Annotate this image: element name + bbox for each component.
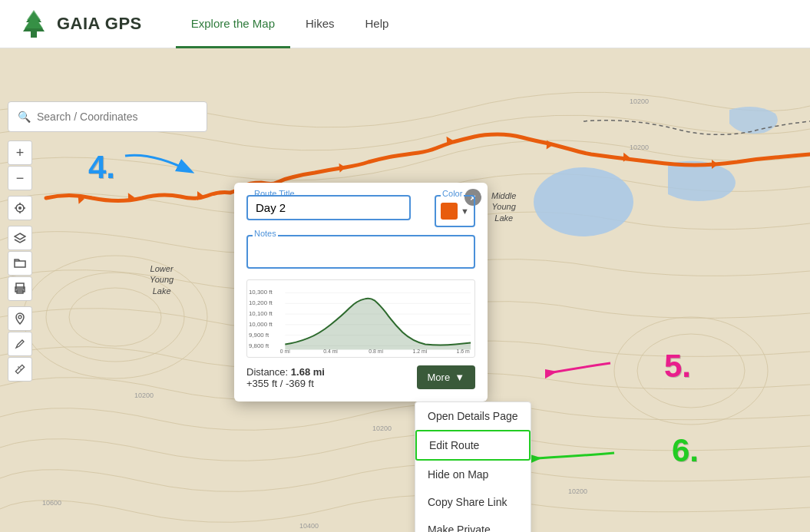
elevation-gain: +355 ft / -369 ft	[246, 378, 314, 389]
ruler-button[interactable]	[8, 357, 32, 382]
svg-text:10,000 ft: 10,000 ft	[249, 321, 273, 328]
svg-point-34	[18, 316, 21, 319]
annotation-6: 6.	[672, 432, 699, 469]
svg-text:10200: 10200	[630, 144, 649, 151]
map-controls: + −	[8, 140, 32, 382]
nav-help[interactable]: Help	[350, 1, 405, 48]
color-swatch	[441, 203, 458, 220]
search-icon: 🔍	[18, 111, 31, 123]
svg-text:10,200 ft: 10,200 ft	[249, 299, 273, 306]
dropdown-edit-route[interactable]: Edit Route	[415, 430, 531, 461]
locate-button[interactable]	[8, 196, 32, 220]
svg-marker-1	[25, 10, 43, 28]
more-dropdown-menu: Open Details Page Edit Route Hide on Map…	[415, 401, 531, 532]
zoom-in-button[interactable]: +	[8, 140, 32, 165]
logo-text: GAIA GPS	[57, 14, 142, 34]
color-picker-button[interactable]: ▼	[435, 195, 475, 227]
elevation-chart-svg: 10,300 ft 10,200 ft 10,100 ft 10,000 ft …	[247, 285, 474, 354]
notes-input[interactable]	[246, 235, 475, 269]
annotation-arrow-4	[121, 148, 206, 187]
svg-text:9,800 ft: 9,800 ft	[249, 342, 269, 349]
annotation-4: 4.	[88, 148, 206, 187]
notes-label: Notes	[253, 229, 278, 238]
svg-text:10,300 ft: 10,300 ft	[249, 289, 273, 296]
route-title-wrapper: Route Title	[246, 195, 427, 227]
svg-rect-35	[15, 365, 24, 373]
annotation-number-5: 5.	[664, 348, 691, 384]
draw-button[interactable]	[8, 332, 32, 356]
print-button[interactable]	[8, 276, 32, 301]
zoom-out-button[interactable]: −	[8, 166, 32, 190]
svg-text:0.4 mi: 0.4 mi	[323, 349, 338, 354]
svg-text:10600: 10600	[42, 499, 61, 507]
dropdown-hide-on-map[interactable]: Hide on Map	[415, 461, 531, 488]
svg-marker-30	[15, 233, 25, 240]
svg-text:10400: 10400	[299, 522, 319, 530]
annotation-arrow-5	[545, 355, 614, 386]
layers-button[interactable]	[8, 226, 32, 250]
svg-point-15	[534, 167, 633, 236]
main-nav: Explore the Map Hikes Help	[176, 0, 405, 48]
svg-text:10200: 10200	[372, 425, 392, 432]
svg-text:10200: 10200	[568, 487, 587, 495]
map-area[interactable]: 10200 10200 10200 10200 10600 10400 1020…	[0, 48, 810, 532]
search-box[interactable]: 🔍	[8, 101, 207, 132]
nav-hikes[interactable]: Hikes	[290, 1, 350, 48]
svg-point-25	[18, 207, 21, 210]
logo-icon	[18, 8, 49, 39]
chart-inner: 10,300 ft 10,200 ft 10,100 ft 10,000 ft …	[247, 285, 474, 354]
route-popup: × Route Title Color ▼ Notes	[234, 183, 488, 401]
dropdown-make-private[interactable]: Make Private	[415, 516, 531, 532]
distance-value: 1.68 mi	[291, 366, 325, 378]
route-title-row: Route Title Color ▼	[246, 195, 475, 227]
svg-text:1.6 m: 1.6 m	[457, 349, 470, 354]
dropdown-open-details[interactable]: Open Details Page	[415, 402, 531, 430]
color-picker-wrapper: Color ▼	[435, 195, 475, 227]
more-button[interactable]: More ▼	[417, 365, 476, 389]
more-button-label: More	[428, 372, 451, 383]
svg-text:0 mi: 0 mi	[280, 349, 290, 354]
logo-area: GAIA GPS	[0, 8, 160, 39]
pin-button[interactable]	[8, 306, 32, 331]
svg-text:10,100 ft: 10,100 ft	[249, 310, 273, 317]
annotation-number-6: 6.	[672, 432, 699, 468]
annotation-number-4: 4.	[88, 149, 115, 186]
distance-label: Distance:	[246, 366, 288, 378]
annotation-arrow-6	[526, 441, 618, 472]
folder-button[interactable]	[8, 251, 32, 276]
distance-info: Distance: 1.68 mi +355 ft / -369 ft	[246, 366, 325, 389]
header: GAIA GPS Explore the Map Hikes Help	[0, 0, 810, 48]
middle-young-lake-label: MiddleYoungLake	[491, 190, 516, 223]
color-label: Color	[441, 189, 464, 198]
nav-explore[interactable]: Explore the Map	[176, 1, 290, 48]
notes-wrapper: Notes	[246, 235, 475, 272]
color-dropdown-arrow: ▼	[461, 207, 469, 216]
svg-rect-31	[16, 283, 24, 289]
search-input[interactable]	[37, 111, 197, 123]
svg-text:10200: 10200	[134, 392, 154, 399]
svg-text:0.8 mi: 0.8 mi	[369, 349, 383, 354]
annotation-5: 5.	[664, 348, 691, 385]
dropdown-copy-share-link[interactable]: Copy Share Link	[415, 488, 531, 516]
svg-text:10200: 10200	[630, 97, 649, 105]
more-dropdown-arrow: ▼	[455, 372, 465, 383]
route-title-input[interactable]	[246, 195, 411, 220]
svg-text:9,900 ft: 9,900 ft	[249, 332, 269, 339]
svg-text:1.2 mi: 1.2 mi	[413, 349, 428, 354]
lower-young-lake-label: LowerYoungLake	[150, 263, 174, 296]
stats-row: Distance: 1.68 mi +355 ft / -369 ft More…	[246, 365, 475, 389]
elevation-chart: 10,300 ft 10,200 ft 10,100 ft 10,000 ft …	[246, 279, 475, 358]
